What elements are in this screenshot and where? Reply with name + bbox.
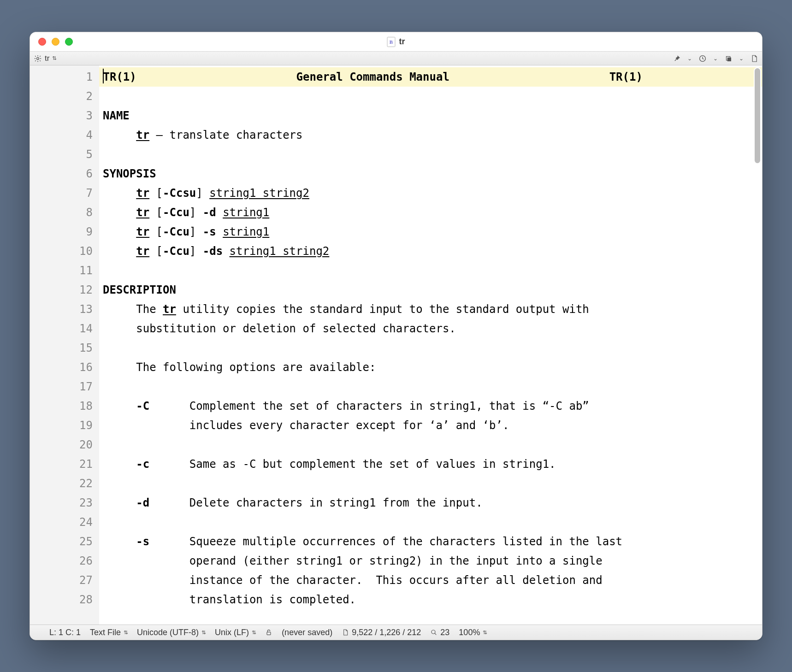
titlebar: tr [30,32,762,52]
code-line[interactable]: TR(1) General Commands Manual TR(1) [99,67,762,87]
editor-area[interactable]: 1234567891011121314151617181920212223242… [30,65,762,625]
code-line[interactable]: -s Squeeze multiple occurrences of the c… [99,532,762,551]
document-icon [387,37,396,47]
line-number: 1 [30,67,99,87]
line-number: 23 [30,493,99,513]
line-number: 9 [30,222,99,242]
line-number: 10 [30,242,99,261]
code-line[interactable]: The tr utility copies the standard input… [99,300,762,319]
close-button[interactable] [38,38,46,46]
code-line[interactable] [99,513,762,532]
vertical-scrollbar[interactable] [754,67,761,164]
lock-icon[interactable] [265,629,272,636]
code-line[interactable]: translation is completed. [99,590,762,609]
line-number: 17 [30,377,99,396]
line-number: 15 [30,338,99,358]
chevron-down-icon[interactable]: ⌄ [739,55,744,62]
code-line[interactable]: includes every character except for ‘a’ … [99,416,762,435]
chevron-down-icon[interactable]: ⌄ [713,55,718,62]
code-line[interactable]: tr [-Ccu] -s string1 [99,222,762,242]
line-number: 3 [30,106,99,125]
document-stats[interactable]: 9,522 / 1,226 / 212 [342,628,421,637]
line-number: 7 [30,183,99,203]
line-number: 16 [30,358,99,377]
svg-point-0 [37,57,39,59]
cursor-position[interactable]: L: 1 C: 1 [49,628,81,637]
window-title-text: tr [399,37,405,47]
line-number: 19 [30,416,99,435]
line-number: 18 [30,396,99,416]
code-line[interactable] [99,145,762,164]
code-line[interactable] [99,474,762,493]
line-number: 28 [30,590,99,609]
code-line[interactable] [99,87,762,106]
updown-icon: ⇅ [483,630,487,635]
code-line[interactable]: instance of the character. This occurs a… [99,571,762,590]
code-line[interactable]: DESCRIPTION [99,280,762,300]
gear-icon[interactable] [34,54,42,63]
code-line[interactable] [99,435,762,454]
line-number: 27 [30,571,99,590]
code-line[interactable]: -d Delete characters in string1 from the… [99,493,762,513]
line-number: 24 [30,513,99,532]
line-number: 25 [30,532,99,551]
line-number: 26 [30,551,99,571]
code-line[interactable] [99,338,762,358]
line-number-gutter: 1234567891011121314151617181920212223242… [30,65,99,625]
encoding-selector[interactable]: Unicode (UTF-8) ⇅ [137,628,206,637]
code-line[interactable]: tr – translate characters [99,125,762,145]
chevron-down-icon[interactable]: ⌄ [687,55,692,62]
code-line[interactable]: NAME [99,106,762,125]
line-number: 20 [30,435,99,454]
pin-icon[interactable] [673,54,681,63]
code-line[interactable] [99,261,762,280]
new-document-icon[interactable] [750,54,758,63]
search-count[interactable]: 23 [430,628,449,637]
line-number: 8 [30,203,99,222]
text-caret [103,69,104,83]
code-line[interactable]: tr [-Ccu] -d string1 [99,203,762,222]
clock-icon[interactable] [698,54,707,63]
code-line[interactable]: The following options are available: [99,358,762,377]
traffic-lights [30,38,73,46]
line-endings-selector[interactable]: Unix (LF) ⇅ [215,628,256,637]
code-line[interactable] [99,377,762,396]
syntax-selector[interactable]: Text File ⇅ [90,628,128,637]
code-line[interactable]: tr [-Ccsu] string1 string2 [99,183,762,203]
line-number: 4 [30,125,99,145]
code-line[interactable]: SYNOPSIS [99,164,762,183]
svg-rect-3 [727,57,731,61]
statusbar: L: 1 C: 1 Text File ⇅ Unicode (UTF-8) ⇅ … [30,625,762,640]
code-area[interactable]: TR(1) General Commands Manual TR(1) NAME… [99,65,762,625]
line-number: 14 [30,319,99,338]
line-number: 21 [30,454,99,474]
line-number: 11 [30,261,99,280]
window-title[interactable]: tr [387,37,405,47]
code-line[interactable]: operand (either string1 or string2) in t… [99,551,762,571]
file-dropdown-icon[interactable]: ⇅ [52,56,57,61]
minimize-button[interactable] [52,38,59,46]
line-number: 6 [30,164,99,183]
zoom-selector[interactable]: 100% ⇅ [459,628,487,637]
updown-icon: ⇅ [124,630,128,635]
code-line[interactable]: tr [-Ccu] -ds string1 string2 [99,242,762,261]
line-number: 13 [30,300,99,319]
svg-rect-4 [267,632,271,635]
svg-point-5 [431,630,435,634]
code-line[interactable]: substitution or deletion of selected cha… [99,319,762,338]
line-number: 22 [30,474,99,493]
stack-icon[interactable] [724,54,733,63]
code-line[interactable]: -c Same as -C but complement the set of … [99,454,762,474]
editor-window: tr tr ⇅ ⌄ ⌄ ⌄ [30,32,762,640]
save-state: (never saved) [282,628,332,637]
toolbar: tr ⇅ ⌄ ⌄ ⌄ [30,52,762,65]
line-number: 2 [30,87,99,106]
toolbar-filename[interactable]: tr [45,54,49,63]
updown-icon: ⇅ [201,630,206,635]
maximize-button[interactable] [65,38,73,46]
line-number: 12 [30,280,99,300]
line-number: 5 [30,145,99,164]
updown-icon: ⇅ [252,630,256,635]
code-line[interactable]: -C Complement the set of characters in s… [99,396,762,416]
